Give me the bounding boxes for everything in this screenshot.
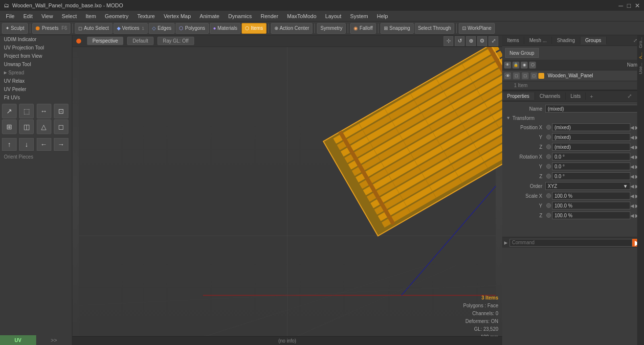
- group-eye-icon[interactable]: 👁: [504, 72, 511, 79]
- ptab-expand-icon[interactable]: ⤢: [624, 92, 635, 100]
- auto-select-btn[interactable]: ◻ Auto Select: [75, 23, 112, 34]
- tool-icon-4[interactable]: ⊡: [54, 104, 68, 118]
- menu-animate[interactable]: Animate: [196, 12, 223, 20]
- menu-texture[interactable]: Texture: [133, 12, 159, 20]
- ptab-properties[interactable]: Properties: [502, 92, 535, 100]
- prop-order-arrow-left[interactable]: ◀: [630, 184, 635, 189]
- menu-system[interactable]: System: [346, 12, 372, 20]
- tool-icon-6[interactable]: ◫: [19, 119, 34, 134]
- prop-pos-z-arrow-left[interactable]: ◀: [630, 144, 635, 150]
- tool-icon-5[interactable]: ⊞: [2, 119, 17, 134]
- tool-uv-relax[interactable]: UV Relax: [0, 77, 72, 85]
- prop-pos-z-value[interactable]: (mixed): [552, 143, 630, 151]
- prop-scale-y-value[interactable]: 100.0 %: [552, 202, 630, 209]
- ptab-add-btn[interactable]: +: [586, 92, 597, 100]
- tool-icon-8[interactable]: ◻: [54, 119, 68, 134]
- menu-maxtomodo[interactable]: MaxToModo: [283, 12, 320, 20]
- menu-render[interactable]: Render: [257, 12, 282, 20]
- arrow-down[interactable]: ↓: [19, 138, 34, 151]
- viewport-canvas[interactable]: X Y Z 3 Items Polygons : Face Channels: …: [72, 47, 502, 345]
- prop-scale-z-value[interactable]: 100.0 %: [552, 211, 630, 219]
- vp-tab-default[interactable]: Default: [127, 37, 154, 45]
- prop-rot-x-circle[interactable]: [546, 154, 551, 159]
- minimize-btn[interactable]: ─: [619, 2, 623, 9]
- materials-btn[interactable]: ● Materials: [210, 23, 241, 34]
- menu-view[interactable]: View: [38, 12, 57, 20]
- polygons-btn[interactable]: ⬡ Polygons: [176, 23, 208, 34]
- prop-pos-y-arrow-left[interactable]: ◀: [630, 135, 635, 140]
- menu-item[interactable]: Item: [82, 12, 100, 20]
- viewport-content[interactable]: X Y Z 3 Items Polygons : Face Channels: …: [72, 47, 502, 345]
- vp-icon-expand[interactable]: ⤢: [489, 36, 498, 46]
- ptab-lists[interactable]: Lists: [566, 92, 586, 100]
- tool-uv-projection[interactable]: UV Projection Tool: [0, 44, 72, 52]
- rtab-groups[interactable]: Groups: [580, 37, 607, 45]
- vp-icon-settings[interactable]: ⚙: [477, 36, 487, 46]
- group-item[interactable]: 👁 □ □ □ Wooden_Wall_Panel ▶: [502, 70, 644, 81]
- edges-btn[interactable]: ◇ Edges: [149, 23, 175, 34]
- items-btn[interactable]: ⬡ Items: [242, 23, 266, 34]
- sculpt-btn[interactable]: ✦ Sculpt: [2, 23, 28, 34]
- prop-scale-y-circle[interactable]: [546, 203, 551, 208]
- tool-fit-uvs[interactable]: Fit UVs: [0, 93, 72, 102]
- prop-scale-x-value[interactable]: 100.0 %: [552, 192, 630, 200]
- vertices-btn[interactable]: ◆ Vertices 1: [113, 23, 148, 34]
- prop-pos-x-value[interactable]: (mixed): [552, 123, 630, 131]
- prop-rot-z-arrow-left[interactable]: ◀: [630, 174, 635, 179]
- prop-scale-z-arrow-left[interactable]: ◀: [630, 213, 635, 218]
- vp-icon-rotate[interactable]: ↺: [455, 36, 465, 46]
- vp-tab-raygl[interactable]: Ray GL: Off: [157, 37, 194, 45]
- prop-pos-y-value[interactable]: (mixed): [552, 133, 630, 141]
- menu-geometry[interactable]: Geometry: [101, 12, 132, 20]
- expand-btn[interactable]: >>: [36, 335, 72, 345]
- group-lock-icon[interactable]: □: [513, 72, 520, 79]
- accent-label-gro[interactable]: Gro...: [638, 37, 643, 48]
- menu-select[interactable]: Select: [58, 12, 81, 20]
- prop-rot-x-arrow-left[interactable]: ◀: [630, 154, 635, 160]
- tool-project-from-view[interactable]: Project from View: [0, 52, 72, 60]
- prop-scale-y-arrow-left[interactable]: ◀: [630, 203, 635, 208]
- prop-scale-x-arrow-left[interactable]: ◀: [630, 193, 635, 199]
- col-icon-lock[interactable]: 🔒: [512, 62, 519, 69]
- tab-expand-icon[interactable]: ⤢: [633, 38, 637, 43]
- arrow-right[interactable]: →: [54, 138, 68, 151]
- snapping-btn[interactable]: ⊞ Snapping: [380, 23, 413, 34]
- group-mesh-icon[interactable]: □: [531, 72, 537, 79]
- col-icon-render[interactable]: ◉: [521, 62, 528, 69]
- prop-rot-y-circle[interactable]: [546, 164, 551, 169]
- prop-order-select[interactable]: XYZ ▼: [545, 182, 630, 190]
- close-btn[interactable]: ✕: [635, 2, 640, 9]
- tool-unwrap[interactable]: Unwrap Tool: [0, 60, 72, 69]
- tool-icon-3[interactable]: ↔: [37, 104, 51, 118]
- prop-rot-y-arrow-left[interactable]: ◀: [630, 164, 635, 169]
- col-icon-mesh[interactable]: ⬡: [529, 62, 536, 69]
- vp-tab-perspective[interactable]: Perspective: [87, 37, 123, 45]
- rtab-mesh[interactable]: Mesh ...: [524, 37, 552, 44]
- accent-label-a[interactable]: A...: [638, 52, 643, 59]
- accent-label-use[interactable]: Use...: [638, 63, 643, 74]
- group-render-icon[interactable]: □: [522, 72, 529, 79]
- new-group-button[interactable]: New Group: [505, 48, 539, 58]
- arrow-left[interactable]: ←: [37, 138, 51, 151]
- prop-rot-y-value[interactable]: 0.0 °: [552, 162, 630, 170]
- select-through-btn[interactable]: Select Through: [415, 23, 455, 34]
- col-icon-eye[interactable]: 👁: [504, 62, 511, 69]
- action-center-btn[interactable]: ⊕ Action Center: [271, 23, 313, 34]
- vp-icon-look[interactable]: ⊹: [444, 36, 453, 46]
- prop-pos-z-circle[interactable]: [546, 144, 551, 149]
- prop-pos-x-arrow-left[interactable]: ◀: [630, 125, 635, 130]
- tool-udim-indicator[interactable]: UDIM Indicator: [0, 35, 72, 44]
- uv-band[interactable]: UV: [0, 335, 36, 345]
- vp-icon-zoom[interactable]: ⊕: [466, 36, 476, 46]
- tool-icon-2[interactable]: ⬚: [19, 104, 34, 118]
- rtab-items[interactable]: Items: [502, 37, 524, 44]
- menu-file[interactable]: File: [2, 12, 19, 20]
- tool-icon-1[interactable]: ↗: [2, 104, 17, 118]
- prop-pos-y-circle[interactable]: [546, 135, 551, 139]
- prop-rot-x-value[interactable]: 0.0 °: [552, 153, 630, 161]
- prop-rot-z-circle[interactable]: [546, 174, 551, 179]
- maximize-btn[interactable]: □: [627, 2, 631, 9]
- menu-dynamics[interactable]: Dynamics: [224, 12, 256, 20]
- menu-layout[interactable]: Layout: [321, 12, 345, 20]
- tool-uv-peeler[interactable]: UV Peeler: [0, 85, 72, 93]
